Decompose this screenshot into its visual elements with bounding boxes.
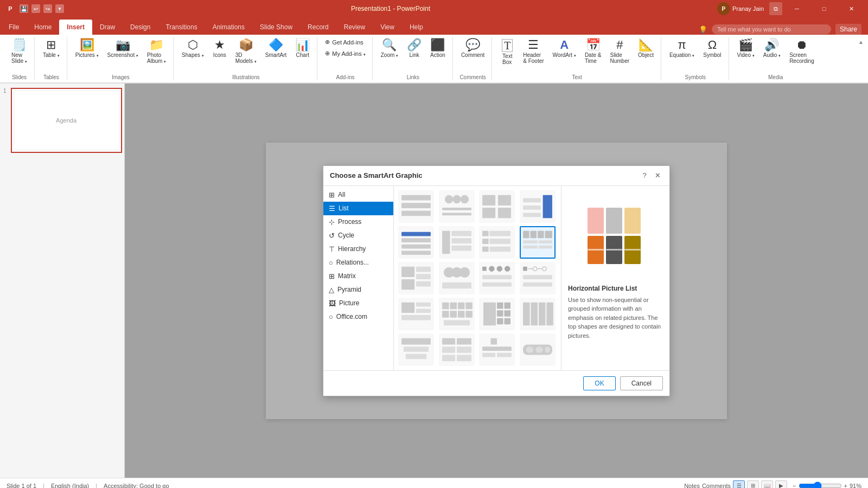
zoom-button[interactable]: 🔍 Zoom ▾ <box>377 37 402 60</box>
shapes-button[interactable]: ⬡ Shapes ▾ <box>178 37 208 60</box>
redo-icon[interactable]: ↪ <box>43 4 52 13</box>
close-btn[interactable]: ✕ <box>839 0 864 17</box>
slide-thumbnail-1[interactable]: Agenda <box>11 88 122 153</box>
video-button[interactable]: 🎬 Video ▾ <box>733 37 758 60</box>
slide-number-icon: # <box>616 39 623 51</box>
slide-number-button[interactable]: # SlideNumber <box>606 37 633 66</box>
thumb-17[interactable] <box>398 333 434 366</box>
tab-design[interactable]: Design <box>123 20 158 35</box>
zoom-slider[interactable] <box>799 481 842 489</box>
thumb-5[interactable] <box>398 226 434 259</box>
customize-qat-icon[interactable]: ▼ <box>55 4 64 13</box>
equation-button[interactable]: π Equation ▾ <box>666 37 698 60</box>
action-button[interactable]: ⬛ Action <box>426 37 449 60</box>
cat-relations[interactable]: ○ Relations... <box>323 256 393 269</box>
header-footer-button[interactable]: ☰ Header& Footer <box>519 37 547 66</box>
maximize-btn[interactable]: □ <box>812 0 837 17</box>
collapse-ribbon-button[interactable]: ▲ <box>858 37 864 45</box>
cat-picture[interactable]: 🖼 Picture <box>323 297 393 310</box>
thumb-10[interactable] <box>439 262 475 294</box>
date-time-button[interactable]: 📅 Date &Time <box>581 37 605 66</box>
thumb-7[interactable] <box>479 226 515 259</box>
thumb-3[interactable] <box>479 190 515 223</box>
tab-transitions[interactable]: Transitions <box>158 20 205 35</box>
table-button[interactable]: ⊞ Table ▾ <box>39 37 63 60</box>
restore-down-btn[interactable]: ⧉ <box>769 2 782 15</box>
thumb-8[interactable] <box>520 226 556 259</box>
3d-models-button[interactable]: 📦 3DModels ▾ <box>232 37 260 66</box>
photo-album-button[interactable]: 📁 PhotoAlbum ▾ <box>143 37 170 66</box>
thumb-18[interactable] <box>439 333 475 366</box>
screenshot-button[interactable]: 📷 Screenshot ▾ <box>104 37 142 60</box>
cat-pyramid[interactable]: △ Pyramid <box>323 283 393 297</box>
tab-insert[interactable]: Insert <box>59 20 92 35</box>
thumb-1[interactable] <box>398 190 434 223</box>
3d-models-icon: 📦 <box>239 39 253 51</box>
symbol-button[interactable]: Ω Symbol <box>699 37 725 60</box>
thumb-svg-8 <box>522 229 553 256</box>
screen-recording-button[interactable]: ⏺ ScreenRecording <box>786 37 818 66</box>
thumb-9[interactable] <box>398 262 434 294</box>
slide-sorter-button[interactable]: ⊞ <box>747 480 759 489</box>
thumb-16[interactable] <box>520 298 556 330</box>
tab-record[interactable]: Record <box>300 20 336 35</box>
textbox-button[interactable]: T TextBox <box>496 37 518 67</box>
normal-view-button[interactable]: ☰ <box>733 480 745 489</box>
tab-animations[interactable]: Animations <box>205 20 252 35</box>
comment-button[interactable]: 💬 Comment <box>457 37 488 60</box>
thumb-12[interactable] <box>520 262 556 294</box>
dialog-help-button[interactable]: ? <box>639 170 650 181</box>
cat-process[interactable]: ⊹ Process <box>323 215 393 229</box>
thumb-2[interactable] <box>439 190 475 223</box>
tell-me-input[interactable] <box>712 24 831 34</box>
comment-icon: 💬 <box>465 39 480 51</box>
tab-draw[interactable]: Draw <box>92 20 123 35</box>
audio-button[interactable]: 🔊 Audio ▾ <box>760 37 784 60</box>
reading-view-button[interactable]: 📖 <box>761 480 773 489</box>
tab-review[interactable]: Review <box>336 20 373 35</box>
save-icon[interactable]: 💾 <box>20 4 28 13</box>
my-addins-button[interactable]: ⊕ My Add-ins ▾ <box>322 48 368 59</box>
tab-help[interactable]: Help <box>402 20 431 35</box>
cat-officecom[interactable]: ○ Office.com <box>323 310 393 324</box>
link-button[interactable]: 🔗 Link <box>403 37 425 60</box>
object-button[interactable]: 📐 Object <box>634 37 658 60</box>
wordart-button[interactable]: A WordArt ▾ <box>549 37 580 60</box>
dialog-close-button[interactable]: ✕ <box>652 170 663 181</box>
slideshow-view-button[interactable]: ▶ <box>775 480 787 489</box>
thumb-14[interactable] <box>439 298 475 330</box>
smartart-button[interactable]: 🔷 SmartArt <box>261 37 290 60</box>
cat-hierarchy[interactable]: ⊤ Hierarchy <box>323 242 393 256</box>
cat-matrix[interactable]: ⊞ Matrix <box>323 269 393 283</box>
lightbulb-icon[interactable]: 💡 <box>699 25 707 34</box>
icons-button[interactable]: ★ Icons <box>209 37 231 60</box>
tab-home[interactable]: Home <box>27 20 59 35</box>
thumb-11[interactable] <box>479 262 515 294</box>
tab-view[interactable]: View <box>373 20 402 35</box>
notes-button[interactable]: Notes <box>684 483 700 489</box>
tab-file[interactable]: File <box>1 20 27 35</box>
thumb-15[interactable] <box>479 298 515 330</box>
minimize-btn[interactable]: ─ <box>784 0 809 17</box>
thumb-4[interactable] <box>520 190 556 223</box>
cat-list[interactable]: ☰ List <box>323 202 393 215</box>
thumb-20[interactable] <box>520 333 556 366</box>
cancel-button[interactable]: Cancel <box>620 376 663 390</box>
chart-button[interactable]: 📊 Chart <box>291 37 314 60</box>
new-slide-button[interactable]: 🗒️ NewSlide ▾ <box>8 37 31 66</box>
undo-icon[interactable]: ↩ <box>31 4 40 13</box>
thumb-19[interactable] <box>479 333 515 366</box>
comments-status-button[interactable]: Comments <box>702 483 731 489</box>
svg-rect-42 <box>416 281 431 286</box>
get-addins-button[interactable]: ⊕ Get Add-ins <box>322 37 368 47</box>
thumb-13[interactable] <box>398 298 434 330</box>
cat-all[interactable]: ⊞ All <box>323 188 393 202</box>
tab-slideshow[interactable]: Slide Show <box>252 20 300 35</box>
cat-cycle[interactable]: ↺ Cycle <box>323 229 393 242</box>
thumb-6[interactable] <box>439 226 475 259</box>
pictures-button[interactable]: 🖼️ Pictures ▾ <box>72 37 103 60</box>
zoom-minus-btn[interactable]: − <box>793 483 796 489</box>
share-button[interactable]: Share <box>835 24 861 35</box>
ok-button[interactable]: OK <box>583 376 615 390</box>
zoom-plus-btn[interactable]: + <box>844 483 847 489</box>
